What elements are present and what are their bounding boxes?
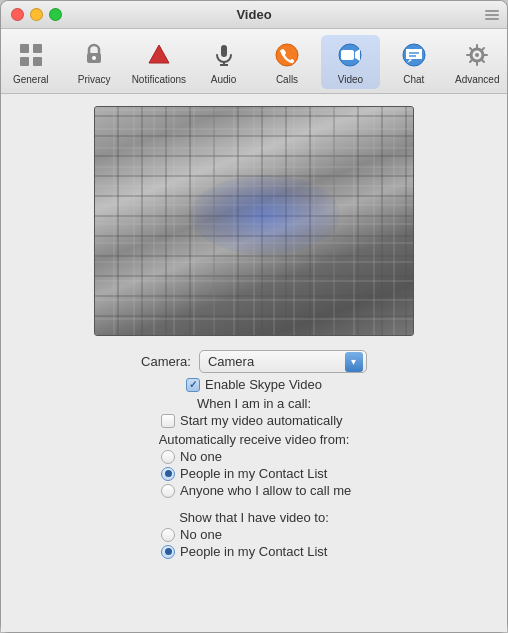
show-contact-list-label: People in my Contact List <box>180 544 327 559</box>
show-video-title: Show that I have video to: <box>21 510 487 525</box>
notifications-icon <box>143 39 175 71</box>
close-button[interactable] <box>11 8 24 21</box>
auto-receive-title: Automatically receive video from: <box>21 432 487 447</box>
svg-point-18 <box>475 53 479 57</box>
video-icon <box>334 39 366 71</box>
receive-contact-list-radio[interactable] <box>161 467 175 481</box>
privacy-icon <box>78 39 110 71</box>
svg-rect-12 <box>341 50 354 60</box>
receive-no-one-label: No one <box>180 449 222 464</box>
svg-rect-1 <box>33 44 42 53</box>
minimize-button[interactable] <box>30 8 43 21</box>
start-video-checkbox[interactable] <box>161 414 175 428</box>
enable-video-label: Enable Skype Video <box>205 377 322 392</box>
maximize-button[interactable] <box>49 8 62 21</box>
receive-contact-list-row: People in my Contact List <box>21 466 487 481</box>
resize-indicator <box>485 10 499 20</box>
calls-icon <box>271 39 303 71</box>
show-contact-list-row: People in my Contact List <box>21 544 487 559</box>
start-video-label: Start my video automatically <box>180 413 343 428</box>
receive-anyone-row: Anyone who I allow to call me <box>21 483 487 498</box>
svg-rect-0 <box>20 44 29 53</box>
svg-point-5 <box>92 56 96 60</box>
camera-preview <box>94 106 414 336</box>
svg-point-10 <box>276 44 298 66</box>
receive-contact-list-label: People in my Contact List <box>180 466 327 481</box>
main-window: Video General <box>0 0 508 633</box>
svg-rect-7 <box>221 45 227 57</box>
show-contact-list-radio[interactable] <box>161 545 175 559</box>
start-video-row: Start my video automatically <box>21 413 487 428</box>
svg-rect-3 <box>33 57 42 66</box>
audio-label: Audio <box>211 74 237 85</box>
enable-video-row: Enable Skype Video <box>21 377 487 392</box>
audio-icon <box>208 39 240 71</box>
general-icon <box>15 39 47 71</box>
svg-rect-2 <box>20 57 29 66</box>
camera-select[interactable]: Camera <box>199 350 367 373</box>
toolbar-item-audio[interactable]: Audio <box>194 35 253 89</box>
titlebar: Video <box>1 1 507 29</box>
show-no-one-row: No one <box>21 527 487 542</box>
chat-icon <box>398 39 430 71</box>
show-no-one-radio[interactable] <box>161 528 175 542</box>
svg-marker-6 <box>149 45 169 63</box>
toolbar-item-privacy[interactable]: Privacy <box>64 35 123 89</box>
toolbar-item-calls[interactable]: Calls <box>257 35 316 89</box>
calls-label: Calls <box>276 74 298 85</box>
traffic-lights <box>11 8 62 21</box>
camera-field-label: Camera: <box>141 354 191 369</box>
toolbar-item-video[interactable]: Video <box>321 35 380 89</box>
toolbar-item-general[interactable]: General <box>1 35 60 89</box>
toolbar-item-advanced[interactable]: Advanced <box>448 35 507 89</box>
camera-feed <box>95 107 413 335</box>
chat-label: Chat <box>403 74 424 85</box>
advanced-icon <box>461 39 493 71</box>
receive-no-one-row: No one <box>21 449 487 464</box>
privacy-label: Privacy <box>78 74 111 85</box>
enable-video-checkbox[interactable] <box>186 378 200 392</box>
toolbar-item-notifications[interactable]: Notifications <box>128 35 190 89</box>
video-label: Video <box>338 74 363 85</box>
when-in-call-title: When I am in a call: <box>21 396 487 411</box>
window-title: Video <box>236 7 271 22</box>
receive-anyone-radio[interactable] <box>161 484 175 498</box>
show-no-one-label: No one <box>180 527 222 542</box>
camera-row: Camera: Camera ▾ <box>21 350 487 373</box>
camera-select-wrapper: Camera ▾ <box>199 350 367 373</box>
advanced-label: Advanced <box>455 74 499 85</box>
general-label: General <box>13 74 49 85</box>
notifications-label: Notifications <box>132 74 186 85</box>
toolbar-item-chat[interactable]: Chat <box>384 35 443 89</box>
receive-no-one-radio[interactable] <box>161 450 175 464</box>
content-area: Camera: Camera ▾ Enable Skype Video When… <box>1 94 507 632</box>
receive-anyone-label: Anyone who I allow to call me <box>180 483 351 498</box>
toolbar: General Privacy Notifications <box>1 29 507 94</box>
